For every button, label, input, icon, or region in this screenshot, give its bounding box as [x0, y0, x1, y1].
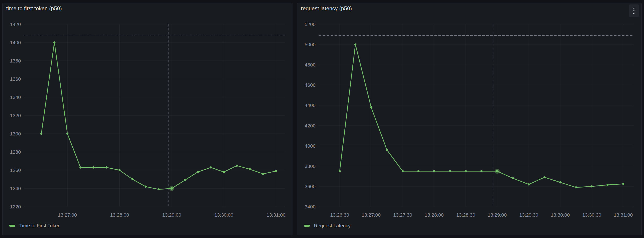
svg-text:13:31:00: 13:31:00: [614, 212, 633, 218]
panel-menu-kebab-button[interactable]: [629, 5, 639, 17]
svg-text:1340: 1340: [10, 94, 21, 100]
data-point: [622, 183, 624, 185]
svg-text:4400: 4400: [305, 102, 316, 108]
data-point: [464, 170, 467, 172]
svg-text:4000: 4000: [305, 143, 316, 149]
data-point: [53, 41, 56, 44]
svg-text:13:27:30: 13:27:30: [393, 212, 412, 218]
data-point: [223, 171, 225, 173]
data-point: [354, 43, 357, 46]
svg-text:13:28:00: 13:28:00: [110, 212, 129, 218]
svg-text:13:31:00: 13:31:00: [266, 212, 285, 218]
svg-text:13:27:00: 13:27:00: [362, 212, 381, 218]
svg-text:1420: 1420: [10, 22, 21, 27]
svg-text:13:29:00: 13:29:00: [488, 212, 506, 218]
data-point: [118, 169, 121, 171]
y-axis-labels: 3400360038004000420044004600480050005200: [305, 22, 316, 209]
vertical-ellipsis-icon: [633, 13, 634, 14]
x-axis-labels: 13:26:3013:27:0013:27:3013:28:0013:28:30…: [330, 212, 633, 218]
panel-title[interactable]: time to first token (p50): [6, 5, 62, 12]
data-point: [402, 170, 404, 172]
legend[interactable]: Time to First Token: [9, 223, 60, 228]
data-point: [417, 170, 420, 172]
svg-text:4600: 4600: [305, 82, 316, 88]
data-point: [40, 133, 42, 135]
data-point: [339, 170, 341, 172]
data-point: [158, 188, 160, 191]
svg-text:13:30:00: 13:30:00: [214, 212, 233, 218]
legend-series-marker: [304, 225, 310, 227]
hovered-point: [496, 170, 498, 172]
vertical-ellipsis-icon: [633, 8, 634, 9]
ttft-chart[interactable]: Time to First Token 12201240126012801300…: [3, 14, 292, 235]
svg-text:1240: 1240: [10, 186, 21, 191]
data-point: [559, 181, 562, 183]
legend-series-marker: [9, 225, 15, 227]
svg-text:13:26:30: 13:26:30: [330, 212, 349, 218]
legend[interactable]: Request Latency: [304, 223, 351, 228]
data-point: [512, 177, 514, 179]
svg-text:4200: 4200: [305, 123, 316, 129]
latency-chart[interactable]: Request Latency 340036003800400042004400…: [297, 14, 641, 235]
data-point: [249, 168, 251, 170]
panel-title[interactable]: request latency (p50): [301, 5, 352, 12]
data-point: [197, 171, 199, 173]
panel-ttft: time to first token (p50) Time to First …: [2, 3, 292, 235]
series-time-to-first-token[interactable]: [40, 41, 277, 191]
dashboard: time to first token (p50) Time to First …: [0, 0, 644, 238]
panel-header: time to first token (p50): [3, 3, 292, 14]
hovered-point: [170, 187, 173, 190]
svg-text:3400: 3400: [305, 204, 316, 209]
grid-lines: [319, 24, 634, 207]
svg-text:5200: 5200: [305, 22, 316, 27]
svg-text:13:28:00: 13:28:00: [424, 212, 444, 218]
data-point: [480, 170, 482, 172]
data-point: [433, 170, 435, 172]
svg-text:1280: 1280: [10, 149, 21, 155]
data-point: [132, 178, 134, 180]
data-point: [144, 185, 147, 188]
svg-text:13:30:00: 13:30:00: [551, 212, 570, 218]
y-axis-labels: 1220124012601280130013201340136013801400…: [10, 22, 21, 209]
x-axis-labels: 13:27:0013:28:0013:29:0013:30:0013:31:00: [58, 212, 286, 218]
series-request-latency[interactable]: [339, 43, 624, 188]
data-point: [79, 166, 82, 169]
data-point: [606, 184, 609, 186]
panel-header: request latency (p50): [297, 3, 641, 14]
svg-text:13:29:00: 13:29:00: [162, 212, 181, 218]
svg-text:1380: 1380: [10, 58, 21, 64]
vertical-ellipsis-icon: [633, 10, 634, 11]
svg-text:3800: 3800: [305, 164, 316, 169]
data-point: [262, 173, 264, 175]
svg-text:13:30:30: 13:30:30: [582, 212, 601, 218]
legend-series-label[interactable]: Time to First Token: [19, 223, 60, 228]
data-point: [449, 170, 451, 172]
data-point: [236, 165, 238, 167]
panel-latency: request latency (p50) Request Latency 34…: [297, 3, 642, 235]
svg-text:1220: 1220: [10, 204, 21, 209]
data-point: [591, 185, 593, 187]
data-point: [386, 149, 388, 151]
grid-lines: [24, 24, 285, 207]
svg-text:1320: 1320: [10, 113, 21, 118]
svg-text:3600: 3600: [305, 184, 316, 189]
svg-text:13:28:30: 13:28:30: [456, 212, 475, 218]
data-point: [544, 176, 546, 178]
svg-text:13:29:30: 13:29:30: [519, 212, 538, 218]
data-point: [106, 166, 108, 169]
series-line: [41, 43, 276, 189]
svg-text:1360: 1360: [10, 76, 21, 82]
svg-text:4800: 4800: [305, 62, 316, 68]
data-point: [575, 186, 577, 189]
svg-text:13:27:00: 13:27:00: [58, 212, 77, 218]
svg-text:1300: 1300: [10, 131, 21, 137]
series-line: [340, 45, 623, 187]
svg-text:1260: 1260: [10, 168, 21, 173]
data-point: [210, 166, 212, 169]
svg-text:5000: 5000: [305, 42, 316, 47]
data-point: [184, 179, 186, 181]
data-point: [370, 106, 372, 108]
legend-series-label[interactable]: Request Latency: [314, 223, 351, 228]
data-point: [275, 170, 277, 172]
svg-text:1400: 1400: [10, 40, 21, 45]
